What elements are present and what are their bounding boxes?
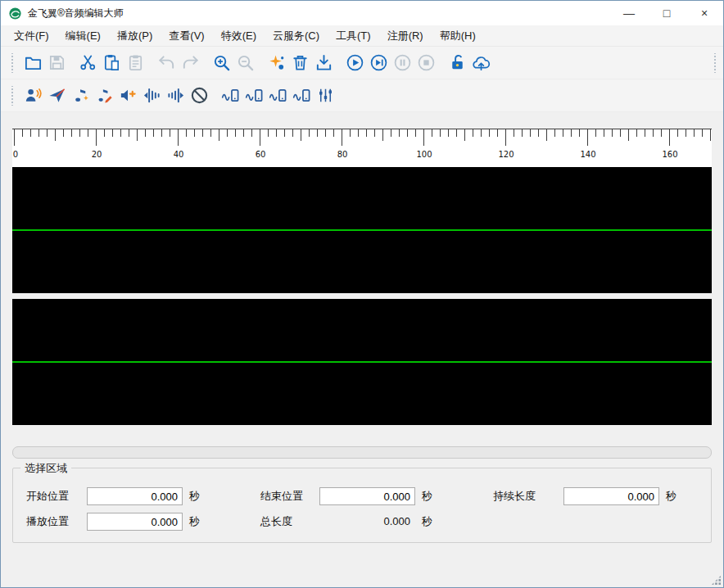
- ruler-label: 100: [416, 150, 432, 159]
- equalizer-sliders-icon: [316, 86, 335, 105]
- waveform-right-icon: [166, 86, 185, 105]
- app-logo-icon: [8, 7, 22, 20]
- play-position-icon: [369, 53, 388, 72]
- menu-cloud-services[interactable]: 云服务(C): [265, 25, 328, 47]
- start-position-input[interactable]: [87, 487, 183, 505]
- ringtone-maker-4-button[interactable]: [290, 84, 314, 108]
- ringtone-phone-icon: [221, 86, 240, 105]
- ringtone-phone-icon: [269, 86, 287, 105]
- title-bar: 金飞翼®音频编辑大师 — □ ×: [1, 1, 723, 25]
- menu-effects[interactable]: 特效(E): [213, 25, 265, 47]
- clipboard-paste-icon: [102, 53, 121, 72]
- silence-button[interactable]: [188, 84, 211, 108]
- end-position-label: 结束位置: [260, 487, 303, 505]
- selection-panel: 选择区域 开始位置 秒 结束位置 秒 持续长度 秒 播放位置 秒 总长度 0.0…: [12, 468, 712, 543]
- sparkle-icon: [267, 53, 286, 72]
- menu-help[interactable]: 帮助(H): [432, 25, 484, 47]
- app-window: 金飞翼®音频编辑大师 — □ × 文件(F) 编辑(E) 播放(P) 查看(V)…: [0, 0, 724, 588]
- duration-input[interactable]: [563, 487, 659, 505]
- speaker-plus-icon: [119, 86, 138, 105]
- play-position-label: 播放位置: [26, 513, 69, 531]
- minimize-button[interactable]: —: [610, 1, 648, 25]
- paste-button[interactable]: [100, 51, 124, 75]
- ruler-label: 140: [580, 150, 595, 159]
- waveform-display: [12, 167, 712, 425]
- selection-panel-title: 选择区域: [20, 461, 71, 476]
- maximize-button[interactable]: □: [648, 1, 686, 25]
- duration-unit-label: 秒: [666, 487, 676, 505]
- export-button[interactable]: [312, 51, 336, 75]
- window-controls: — □ ×: [610, 1, 723, 25]
- play-unit-label: 秒: [189, 513, 200, 531]
- volume-boost-button[interactable]: [116, 84, 140, 108]
- status-bar: [1, 572, 723, 587]
- cloud-upload-icon: [472, 53, 491, 72]
- wave-fade-in-button[interactable]: [140, 84, 164, 108]
- cloud-upload-button[interactable]: [469, 51, 493, 75]
- play-position-input[interactable]: [87, 513, 183, 531]
- delete-button[interactable]: [288, 51, 312, 75]
- menu-view[interactable]: 查看(V): [161, 25, 212, 47]
- timeline-ruler[interactable]: 0 20 40 60 80 100 120 140 160: [12, 129, 712, 167]
- music-effect-button[interactable]: [69, 84, 93, 108]
- wave-fade-out-button[interactable]: [164, 84, 188, 108]
- play-button[interactable]: [343, 51, 367, 75]
- clipboard-copy-icon: [126, 53, 145, 72]
- resize-grip[interactable]: [711, 575, 722, 586]
- text-to-speech-button[interactable]: [21, 84, 45, 108]
- total-unit-label: 秒: [422, 513, 432, 531]
- zoom-out-button[interactable]: [233, 51, 257, 75]
- pause-button[interactable]: [391, 51, 414, 75]
- toolbar-drag-handle[interactable]: [11, 86, 14, 106]
- toolbar-drag-handle[interactable]: [11, 53, 14, 73]
- music-edit-button[interactable]: [93, 84, 116, 108]
- open-folder-icon: [24, 53, 43, 72]
- menu-edit[interactable]: 编辑(E): [57, 25, 109, 47]
- redo-button[interactable]: [179, 51, 202, 75]
- total-length-value: 0.000: [319, 513, 410, 531]
- ringtone-maker-3-button[interactable]: [266, 84, 290, 108]
- end-position-input[interactable]: [319, 487, 415, 505]
- undo-button[interactable]: [155, 51, 179, 75]
- ruler-label: 60: [256, 150, 266, 159]
- play-circle-icon: [346, 53, 364, 72]
- ringtone-phone-icon: [292, 86, 311, 105]
- save-file-button[interactable]: [45, 51, 69, 75]
- ringtone-maker-2-button[interactable]: [242, 84, 266, 108]
- paper-plane-icon: [48, 86, 66, 105]
- close-button[interactable]: ×: [686, 1, 723, 25]
- open-file-button[interactable]: [21, 51, 45, 75]
- zoom-in-button[interactable]: [210, 51, 233, 75]
- play-from-position-button[interactable]: [367, 51, 391, 75]
- unlock-button[interactable]: [446, 51, 469, 75]
- menu-play[interactable]: 播放(P): [109, 25, 161, 47]
- waveform-centerline: [12, 229, 712, 231]
- ringtone-maker-1-button[interactable]: [219, 84, 242, 108]
- trash-icon: [291, 53, 310, 72]
- waveform-channel-left[interactable]: [12, 167, 712, 293]
- pause-circle-icon: [393, 53, 412, 72]
- cut-button[interactable]: [76, 51, 100, 75]
- voice-announce-icon: [24, 86, 43, 105]
- menu-tools[interactable]: 工具(T): [328, 25, 379, 47]
- audio-convert-button[interactable]: [45, 84, 69, 108]
- menu-register[interactable]: 注册(R): [379, 25, 432, 47]
- start-unit-label: 秒: [189, 487, 200, 505]
- zoom-out-icon: [236, 53, 255, 72]
- ringtone-phone-icon: [245, 86, 264, 105]
- equalizer-button[interactable]: [314, 84, 337, 108]
- end-unit-label: 秒: [422, 487, 432, 505]
- horizontal-scrollbar[interactable]: [12, 446, 712, 459]
- music-note-star-icon: [71, 86, 90, 105]
- toolbar-drag-handle[interactable]: [713, 53, 717, 73]
- window-title: 金飞翼®音频编辑大师: [28, 7, 124, 20]
- ruler-label: 40: [174, 150, 184, 159]
- copy-button[interactable]: [124, 51, 147, 75]
- special-effects-button[interactable]: [265, 51, 288, 75]
- download-icon: [314, 53, 333, 72]
- stop-circle-icon: [417, 53, 436, 72]
- menu-file[interactable]: 文件(F): [6, 25, 57, 47]
- waveform-channel-right[interactable]: [12, 299, 712, 425]
- ruler-label: 0: [13, 150, 18, 159]
- stop-button[interactable]: [414, 51, 438, 75]
